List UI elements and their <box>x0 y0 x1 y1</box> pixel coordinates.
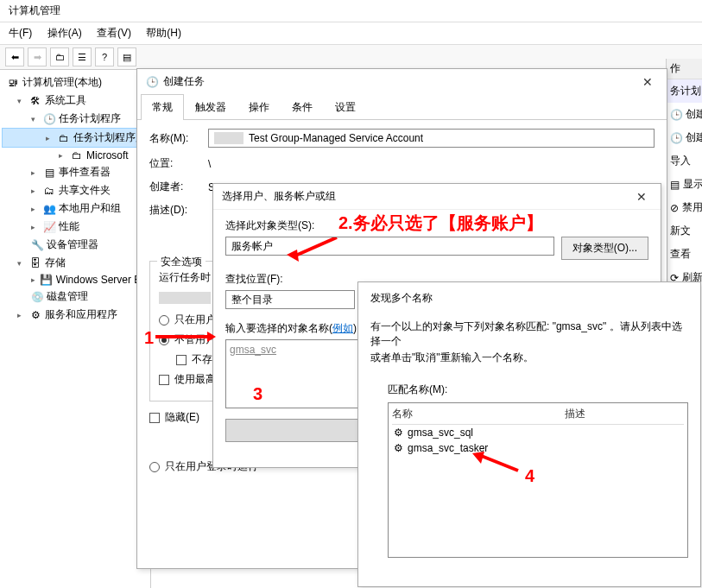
location-label: 位置: <box>149 156 201 171</box>
action-item[interactable]: 导入 <box>667 149 702 173</box>
tree-wsb[interactable]: ▸ 💾 Windows Server Ba <box>2 272 149 288</box>
tb-fwd[interactable]: ➡ <box>28 47 47 66</box>
close-button[interactable]: ✕ <box>637 75 658 89</box>
name-input[interactable]: Test Group-Managed Service Account <box>208 129 655 148</box>
check-label: 隐藏(E) <box>165 410 199 425</box>
action-item[interactable]: 新文 <box>667 219 702 243</box>
tb-back[interactable]: ⬅ <box>5 47 24 66</box>
action-item[interactable]: ▤显示 <box>667 173 702 196</box>
actions-section: 务计划 <box>667 79 702 103</box>
tree-shared[interactable]: ▸ 🗂 共享文件夹 <box>2 181 149 199</box>
menu-view[interactable]: 查看(V) <box>97 27 131 39</box>
dialog-body: 发现多个名称 有一个以上的对象与下列对象名称匹配: "gmsa_svc" 。请从… <box>358 282 700 566</box>
security-legend: 安全选项 <box>157 255 206 269</box>
tb-help[interactable]: ? <box>95 47 114 66</box>
tree-devmgr[interactable]: 🔧 设备管理器 <box>2 236 149 254</box>
caret-icon: ▸ <box>31 223 40 231</box>
dialog-titlebar: 🕒 创建任务 ✕ <box>137 69 667 94</box>
tb-props[interactable]: ▤ <box>117 47 136 66</box>
tab-conditions[interactable]: 条件 <box>281 94 324 120</box>
computer-icon: 🖳 <box>7 77 19 89</box>
caret-icon: ▾ <box>17 97 26 105</box>
storage-icon: 🗄 <box>29 257 41 269</box>
checkbox-icon <box>159 375 169 385</box>
caret-icon: ▸ <box>46 134 54 142</box>
paren: ) <box>353 322 357 334</box>
objtype-button[interactable]: 对象类型(O)... <box>561 237 648 260</box>
list-item[interactable]: ⚙ gmsa_svc_sql <box>392 425 684 440</box>
caret-icon: ▸ <box>31 205 40 213</box>
menu-action[interactable]: 操作(A) <box>47 27 82 39</box>
tab-general[interactable]: 常规 <box>141 94 184 120</box>
tree-systools[interactable]: ▾ 🛠 系统工具 <box>2 92 149 110</box>
tree-label: 本地用户和组 <box>59 201 121 216</box>
disable-icon: ⊘ <box>670 202 679 214</box>
menu-file[interactable]: 牛(F) <box>9 27 32 39</box>
tree-services[interactable]: ▸ ⚙ 服务和应用程序 <box>2 306 149 324</box>
users-icon: 👥 <box>43 203 55 215</box>
redacted-block <box>214 132 243 144</box>
tab-actions[interactable]: 操作 <box>237 94 281 120</box>
menubar: 牛(F) 操作(A) 查看(V) 帮助(H) <box>0 22 702 45</box>
tree-taskscheduler[interactable]: ▾ 🕒 任务计划程序 <box>2 110 149 128</box>
col-desc[interactable]: 描述 <box>565 407 684 421</box>
menu-help[interactable]: 帮助(H) <box>146 27 181 39</box>
toolbar: ⬅ ➡ 🗀 ☰ ? ▤ <box>0 45 702 70</box>
action-item[interactable]: ⊘禁用 <box>667 196 702 219</box>
location-value: 整个目录 <box>231 293 273 307</box>
action-item[interactable]: 查看 <box>667 243 702 266</box>
tree-diskmgmt[interactable]: 💿 磁盘管理 <box>2 288 149 306</box>
tree-microsoft[interactable]: ▸ 🗀 Microsoft <box>2 148 149 163</box>
action-item[interactable]: 🕒创建 <box>667 126 702 149</box>
window-title: 计算机管理 <box>0 0 702 22</box>
tab-settings[interactable]: 设置 <box>324 94 367 120</box>
task-icon: 🕒 <box>670 109 682 121</box>
caret-icon: ▾ <box>17 259 26 268</box>
found-names-dialog: 发现多个名称 有一个以上的对象与下列对象名称匹配: "gmsa_svc" 。请从… <box>357 281 701 587</box>
name-label: 名称(M): <box>149 131 201 146</box>
objtype-input[interactable]: 服务帐户 <box>225 237 554 256</box>
tree-tasklibrary[interactable]: ▸ 🗀 任务计划程序库 <box>2 128 149 148</box>
tb-up[interactable]: 🗀 <box>50 47 69 66</box>
tb-list[interactable]: ☰ <box>73 47 92 66</box>
close-button[interactable]: ✕ <box>631 190 652 204</box>
caret-icon: ▾ <box>31 115 40 123</box>
tree-label: 任务计划程序 <box>59 111 121 126</box>
match-label: 匹配名称(M): <box>388 383 688 397</box>
tree-users[interactable]: ▸ 👥 本地用户和组 <box>2 199 149 218</box>
gear-icon: ⚙ <box>392 427 404 439</box>
tab-triggers[interactable]: 触发器 <box>184 94 237 120</box>
clock-icon: 🕒 <box>146 76 158 88</box>
event-icon: ▤ <box>43 167 55 179</box>
name-value: Test Group-Managed Service Account <box>249 132 423 144</box>
tree-label: 任务计划程序库 <box>73 130 146 145</box>
caret-icon: ▸ <box>17 311 26 319</box>
example-link[interactable]: 例如 <box>332 322 353 334</box>
clock-icon: 🕒 <box>43 113 55 125</box>
action-item[interactable]: 🕒创建 <box>667 103 702 126</box>
list-item[interactable]: ⚙ gmsa_svc_tasker <box>392 440 684 456</box>
tree-storage[interactable]: ▾ 🗄 存储 <box>2 254 149 272</box>
dialog-titlebar: 选择用户、服务帐户或组 ✕ <box>213 184 661 210</box>
tree-root[interactable]: 🖳 计算机管理(本地) <box>2 73 149 92</box>
radio-icon <box>159 315 169 326</box>
tree-label: 存储 <box>45 256 66 270</box>
device-icon: 🔧 <box>31 239 43 251</box>
tree-perf[interactable]: ▸ 📈 性能 <box>2 218 149 236</box>
tree-label: Windows Server Ba <box>56 274 147 286</box>
tree-label: Microsoft <box>86 149 129 161</box>
list-header: 名称 描述 <box>392 407 684 425</box>
tree-eventviewer[interactable]: ▸ ▤ 事件查看器 <box>2 163 149 181</box>
task-icon: 🕒 <box>670 132 682 144</box>
location-input[interactable]: 整个目录 <box>225 290 355 309</box>
actions-header: 作 <box>667 59 702 79</box>
tree-label: 磁盘管理 <box>47 289 88 304</box>
tree-label: 共享文件夹 <box>59 183 111 198</box>
checkbox-icon <box>176 355 187 365</box>
caret-icon: ▸ <box>31 187 40 195</box>
match-list[interactable]: 名称 描述 ⚙ gmsa_svc_sql ⚙ gmsa_svc_tasker <box>388 402 688 558</box>
tree-label: 系统工具 <box>45 93 86 108</box>
col-name[interactable]: 名称 <box>392 407 565 421</box>
item-name: gmsa_svc_sql <box>408 427 473 439</box>
item-name: gmsa_svc_tasker <box>408 442 488 454</box>
